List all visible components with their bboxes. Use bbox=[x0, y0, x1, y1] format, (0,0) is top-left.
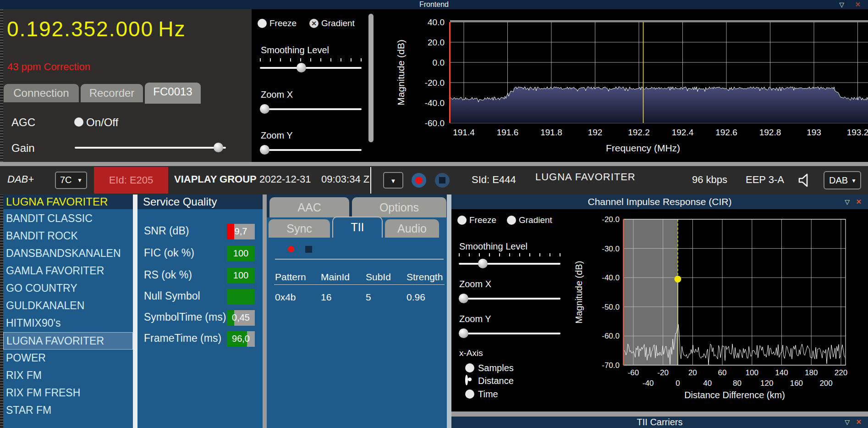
horizontal-scrollbar[interactable] bbox=[0, 162, 868, 166]
x-axis-radio-samples[interactable] bbox=[465, 363, 474, 372]
axis-text: 193 bbox=[807, 128, 821, 137]
station-item-hitmix90-s[interactable]: HITMIX90's bbox=[3, 315, 133, 332]
expand-button[interactable]: ▼ bbox=[383, 172, 403, 189]
sq-bar-null-symbol bbox=[227, 289, 255, 305]
gain-slider-track bbox=[75, 147, 226, 149]
dab-status-bar: DAB+ 7C ▼ EId: E205 VIAPLAY GROUP 2022-1… bbox=[0, 166, 868, 195]
cir-zoom-y-slider[interactable] bbox=[459, 328, 560, 338]
close-icon[interactable]: ✕ bbox=[856, 197, 862, 206]
station-item-star-fm[interactable]: STAR FM bbox=[3, 402, 133, 419]
zoom-x-slider[interactable] bbox=[260, 104, 362, 114]
station-item-power[interactable]: POWER bbox=[3, 350, 133, 367]
axis-text: -60.0 bbox=[602, 332, 620, 340]
output-mode-select[interactable]: DAB ▼ bbox=[824, 171, 861, 189]
zoom-y-slider-handle[interactable] bbox=[260, 145, 269, 155]
x-axis-radio-time[interactable] bbox=[465, 389, 474, 399]
x-axis-radio-distance[interactable] bbox=[465, 375, 468, 385]
tuner-tab-connection[interactable]: Connection bbox=[4, 84, 79, 102]
axis-text: Magnitude (dB) bbox=[396, 39, 406, 106]
gain-slider[interactable] bbox=[75, 143, 226, 152]
axis-text: 20 bbox=[688, 368, 697, 377]
spectrum-scroll-column bbox=[367, 9, 376, 162]
station-item-rix-fm[interactable]: RIX FM bbox=[3, 367, 133, 384]
tuner-tab-recorder[interactable]: Recorder bbox=[81, 84, 143, 102]
collapse-icon[interactable]: ▽ bbox=[845, 417, 850, 427]
station-item-guldkanalen[interactable]: GULDKANALEN bbox=[3, 297, 133, 315]
tuner-tab-fc0013[interactable]: FC0013 bbox=[145, 83, 201, 104]
axis-text: 180 bbox=[805, 368, 818, 377]
station-item-lugna-favoriter[interactable]: LUGNA FAVORITER bbox=[3, 332, 133, 350]
cir-zoom-y-slider-track bbox=[459, 333, 560, 334]
cir-gradient-radio[interactable] bbox=[507, 216, 516, 225]
gain-label: Gain bbox=[11, 142, 35, 155]
details-subtab-sync[interactable]: Sync bbox=[269, 219, 330, 238]
axis-text: -20.0 bbox=[425, 78, 445, 88]
splitter[interactable] bbox=[133, 195, 137, 428]
station-list: BANDIT CLASSICBANDIT ROCKDANSBANDSKANALE… bbox=[3, 210, 133, 428]
axis-text: -60.0 bbox=[425, 118, 445, 128]
axis-text: -50.0 bbox=[602, 303, 620, 311]
radio-dot bbox=[468, 378, 472, 381]
cir-plot: -20.0-30.0-40.0-50.0-60.0-70.0-60-202060… bbox=[568, 209, 868, 411]
zoom-x-slider-handle[interactable] bbox=[260, 104, 269, 114]
sq-label-fic-ok: FIC (ok %) bbox=[144, 247, 194, 259]
service-quality-title: Service Quality bbox=[143, 195, 217, 208]
axis-text: 40 bbox=[703, 379, 712, 388]
station-item-go-country[interactable]: GO COUNTRY bbox=[3, 280, 133, 297]
close-icon[interactable]: ✕ bbox=[856, 417, 862, 427]
station-item-rix-fm-fresh[interactable]: RIX FM FRESH bbox=[3, 384, 133, 402]
cir-zoom-x-slider[interactable] bbox=[459, 294, 560, 303]
details-tab-aac[interactable]: AAC bbox=[269, 197, 349, 217]
cir-title: Channel Impulse Response (CIR) bbox=[588, 196, 732, 207]
station-item-gamla-favoriter[interactable]: GAMLA FAVORITER bbox=[3, 262, 133, 280]
smoothing-slider-handle[interactable] bbox=[297, 63, 306, 72]
splitter[interactable] bbox=[263, 195, 267, 428]
cir-smoothing-ticks bbox=[459, 253, 560, 256]
freeze-radio[interactable] bbox=[258, 19, 267, 28]
service-quality-panel: Service Quality SNR (dB)9,7FIC (ok %)100… bbox=[137, 195, 263, 428]
station-item-bandit-classic[interactable]: BANDIT CLASSIC bbox=[3, 210, 133, 228]
frontend-spectrum-plot: 40.020.00.0-20.0-40.0-60.0191.4191.6191.… bbox=[376, 9, 868, 162]
time-label: 09:03:34 Z bbox=[321, 173, 369, 185]
collapse-icon[interactable]: ▽ bbox=[845, 197, 850, 206]
agc-radio[interactable] bbox=[74, 117, 83, 127]
details-tab-options[interactable]: Options bbox=[352, 197, 446, 217]
zoom-x-slider-track bbox=[260, 108, 362, 110]
cir-horizontal-scrollbar[interactable] bbox=[451, 411, 868, 417]
vertical-scrollbar[interactable] bbox=[368, 14, 374, 142]
sq-label-null-symbol: Null Symbol bbox=[144, 290, 200, 302]
tii-cell: 0x4b bbox=[275, 292, 296, 303]
x-axis-option-time: Time bbox=[478, 389, 498, 400]
channel-select[interactable]: 7C ▼ bbox=[55, 172, 87, 189]
collapse-icon[interactable]: ▽ bbox=[839, 0, 844, 9]
axis-text: 191.6 bbox=[497, 128, 519, 137]
sq-value: 100 bbox=[227, 270, 255, 281]
smoothing-slider[interactable] bbox=[260, 63, 362, 72]
cir-gradient-label: Gradient bbox=[519, 215, 552, 225]
gain-slider-handle[interactable] bbox=[214, 143, 223, 152]
close-icon[interactable]: ✕ bbox=[855, 0, 861, 9]
details-subtab-audio[interactable]: Audio bbox=[385, 219, 439, 238]
details-subtab-tii[interactable]: TII bbox=[332, 217, 383, 238]
record-button[interactable] bbox=[412, 173, 426, 188]
gradient-checkbox-icon[interactable]: ✕ bbox=[309, 19, 319, 28]
stop-icon bbox=[439, 177, 445, 183]
axis-text: 120 bbox=[760, 379, 773, 388]
sq-bar-symboltime-ms: 0,45 bbox=[227, 310, 255, 326]
cir-smoothing-slider[interactable] bbox=[459, 259, 560, 268]
tii-col-mainid: MainId bbox=[321, 272, 350, 283]
cir-zoom-y-slider-handle[interactable] bbox=[459, 328, 468, 338]
station-item-dansbandskanalen[interactable]: DANSBANDSKANALEN bbox=[3, 245, 133, 262]
splitter[interactable] bbox=[447, 195, 451, 428]
cir-freeze-radio[interactable] bbox=[457, 216, 467, 225]
cir-smoothing-slider-handle[interactable] bbox=[478, 259, 488, 268]
station-item-bandit-rock[interactable]: BANDIT ROCK bbox=[3, 228, 133, 245]
cir-zoom-x-slider-handle[interactable] bbox=[459, 294, 468, 303]
tii-carriers-header: TII Carriers ▽ ✕ bbox=[451, 417, 868, 428]
stop-button[interactable] bbox=[435, 173, 450, 188]
zoom-y-slider[interactable] bbox=[260, 145, 362, 155]
tii-legend-square-icon bbox=[305, 246, 312, 253]
sq-bar-snr-db: 9,7 bbox=[227, 224, 255, 239]
current-station-header: LUGNA FAVORITER bbox=[6, 195, 108, 208]
speaker-icon[interactable] bbox=[797, 172, 813, 188]
